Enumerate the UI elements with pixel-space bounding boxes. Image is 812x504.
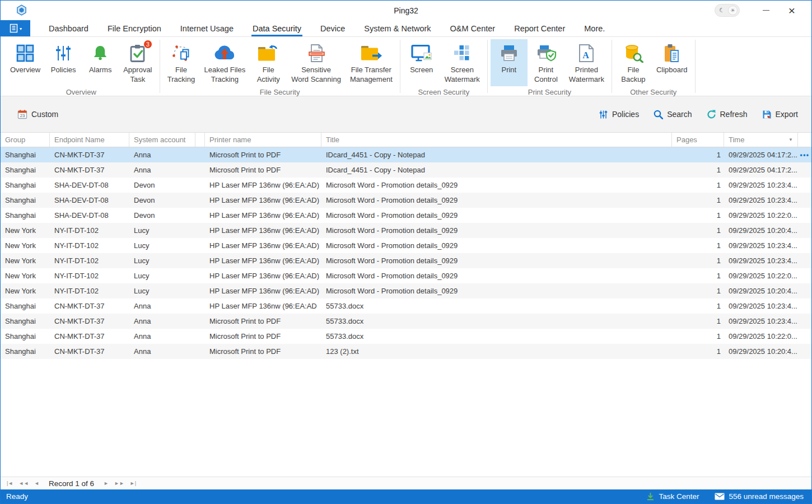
toolbar: 23 Custom Policies Search Refresh <box>1 96 811 132</box>
table-row[interactable]: ShanghaiSHA-DEV-DT-08DevonHP Laser MFP 1… <box>1 178 811 193</box>
ribbon-item-print-control[interactable]: Print Control <box>528 39 564 86</box>
ribbon-item-label: Printed Watermark <box>569 66 604 84</box>
cell-system-account: Anna <box>129 298 195 314</box>
cell-time: 09/29/2025 04:17:2... <box>724 147 798 162</box>
table-row[interactable]: New YorkNY-IT-DT-102LucyHP Laser MFP 136… <box>1 268 811 283</box>
theme-toggle[interactable]: ☾ ☀ <box>715 4 740 17</box>
nav-next-record-button[interactable]: ► <box>101 480 111 486</box>
refresh-button[interactable]: Refresh <box>707 110 748 119</box>
calendar-icon: 23 <box>17 109 27 119</box>
sun-icon[interactable]: ☀ <box>728 6 738 15</box>
unread-messages-button[interactable]: 556 unread messages <box>715 492 804 501</box>
cell-group: New York <box>1 268 50 283</box>
ribbon-item-leaked-files-tracking[interactable]: Leaked Files Tracking <box>200 39 250 86</box>
moon-icon[interactable]: ☾ <box>717 7 727 14</box>
column-header-group[interactable]: Group <box>1 133 50 147</box>
table-row[interactable]: ShanghaiSHA-DEV-DT-08DevonHP Laser MFP 1… <box>1 193 811 208</box>
search-button[interactable]: Search <box>654 110 692 119</box>
tab-file-encryption[interactable]: File Encryption <box>98 20 171 36</box>
cell-spacer <box>195 223 205 238</box>
tab-o-m-center[interactable]: O&M Center <box>441 20 505 36</box>
table-row[interactable]: ShanghaiCN-MKT-DT-37AnnaHP Laser MFP 136… <box>1 298 811 314</box>
time-sort-dropdown-icon[interactable]: ▼ <box>786 137 793 142</box>
svg-text:A: A <box>583 50 590 60</box>
ribbon-item-screen[interactable]: Screen <box>403 39 440 86</box>
cell-endpoint-name: SHA-DEV-DT-08 <box>50 193 129 208</box>
column-header-endpoint-name[interactable]: Endpoint Name <box>50 133 129 147</box>
export-button[interactable]: Export <box>762 110 798 119</box>
cell-endpoint-name: SHA-DEV-DT-08 <box>50 178 129 193</box>
table-row[interactable]: New YorkNY-IT-DT-102LucyHP Laser MFP 136… <box>1 283 811 298</box>
ribbon-item-sensitive-word-scanning[interactable]: Sensitive Word Scanning <box>287 39 346 86</box>
table-row[interactable]: ShanghaiSHA-DEV-DT-08DevonHP Laser MFP 1… <box>1 208 811 223</box>
overview-grid-icon <box>16 43 35 64</box>
ribbon-item-clipboard[interactable]: Clipboard <box>652 39 692 86</box>
nav-prev-page-button[interactable]: ◄◄ <box>16 480 31 486</box>
nav-last-record-button[interactable]: ►| <box>127 480 139 486</box>
tab-dashboard[interactable]: Dashboard <box>39 20 98 36</box>
ribbon-item-file-transfer-management[interactable]: File Transfer Management <box>346 39 397 86</box>
column-header-system-account[interactable]: System account <box>129 133 195 147</box>
cell-actions <box>798 298 811 314</box>
table-row[interactable]: ShanghaiCN-MKT-DT-37AnnaMicrosoft Print … <box>1 314 811 329</box>
nav-next-page-button[interactable]: ►► <box>111 480 127 486</box>
ribbon-item-label: File Tracking <box>167 66 195 84</box>
cell-system-account: Anna <box>129 329 195 344</box>
printed-watermark-doc-icon: A <box>578 43 595 64</box>
notification-badge: 3 <box>143 40 152 49</box>
cell-time: 09/29/2025 10:22:0... <box>724 329 798 344</box>
file-activity-folder-icon <box>257 43 279 64</box>
ribbon-item-label: Leaked Files Tracking <box>204 66 246 84</box>
table-row[interactable]: ShanghaiCN-MKT-DT-37AnnaMicrosoft Print … <box>1 147 811 162</box>
cell-spacer <box>195 298 205 314</box>
nav-prev-record-button[interactable]: ◄ <box>31 480 42 486</box>
task-center-label: Task Center <box>659 492 699 501</box>
cell-group: Shanghai <box>1 329 50 344</box>
ribbon-item-approval-task[interactable]: 3Approval Task <box>119 39 156 86</box>
ribbon-item-print[interactable]: Print <box>491 39 528 86</box>
cell-title: IDcard_4451 - Copy - Notepad <box>321 147 672 162</box>
column-header-pages[interactable]: Pages <box>672 133 724 147</box>
cell-pages: 1 <box>672 344 724 359</box>
tab-data-security[interactable]: Data Security <box>243 20 311 36</box>
table-row[interactable]: ShanghaiCN-MKT-DT-37AnnaMicrosoft Print … <box>1 162 811 178</box>
tab-report-center[interactable]: Report Center <box>505 20 575 36</box>
tab-system-network[interactable]: System & Network <box>354 20 440 36</box>
task-center-button[interactable]: Task Center <box>646 492 699 501</box>
tab-device[interactable]: Device <box>311 20 354 36</box>
policies-label: Policies <box>612 110 639 119</box>
close-button[interactable]: × <box>779 1 805 20</box>
tab-more[interactable]: More. <box>575 20 614 36</box>
column-header-printer-name[interactable]: Printer name <box>205 133 321 147</box>
ribbon-item-policies[interactable]: Policies <box>45 39 82 86</box>
table-row[interactable]: New YorkNY-IT-DT-102LucyHP Laser MFP 136… <box>1 238 811 253</box>
policies-button[interactable]: Policies <box>599 110 639 119</box>
table-row[interactable]: New YorkNY-IT-DT-102LucyHP Laser MFP 136… <box>1 223 811 238</box>
ribbon-item-file-activity[interactable]: File Activity <box>250 39 287 86</box>
table-header: GroupEndpoint NameSystem accountPrinter … <box>1 132 811 147</box>
cell-group: New York <box>1 223 50 238</box>
table-row[interactable]: New YorkNY-IT-DT-102LucyHP Laser MFP 136… <box>1 253 811 268</box>
table-row[interactable]: ShanghaiCN-MKT-DT-37AnnaMicrosoft Print … <box>1 344 811 359</box>
tab-internet-usage[interactable]: Internet Usage <box>171 20 243 36</box>
ribbon-item-alarms[interactable]: Alarms <box>82 39 119 86</box>
ribbon-item-file-backup[interactable]: File Backup <box>615 39 652 86</box>
app-menu-button[interactable]: ▾ <box>1 20 30 36</box>
cell-endpoint-name: CN-MKT-DT-37 <box>50 298 129 314</box>
column-header-label: System account <box>134 136 186 144</box>
column-header-spacer <box>195 133 205 147</box>
ribbon-item-overview[interactable]: Overview <box>6 39 45 86</box>
row-actions-ellipsis-button[interactable]: ••• <box>800 151 809 159</box>
ribbon-item-screen-watermark[interactable]: Screen Watermark <box>440 39 484 86</box>
table-row[interactable]: ShanghaiCN-MKT-DT-37AnnaMicrosoft Print … <box>1 329 811 344</box>
ribbon-item-file-tracking[interactable]: File Tracking <box>163 39 200 86</box>
ribbon-item-printed-watermark[interactable]: APrinted Watermark <box>564 39 609 86</box>
nav-first-record-button[interactable]: |◄ <box>4 480 16 486</box>
sensitive-word-doc-icon <box>307 43 325 64</box>
column-header-title[interactable]: Title <box>321 133 672 147</box>
column-header-time[interactable]: Time▼ <box>724 133 798 147</box>
custom-date-button[interactable]: 23 Custom <box>17 109 58 119</box>
minimize-button[interactable] <box>753 1 779 20</box>
window-controls: ☾ ☀ × <box>715 1 811 20</box>
cell-actions <box>798 238 811 253</box>
